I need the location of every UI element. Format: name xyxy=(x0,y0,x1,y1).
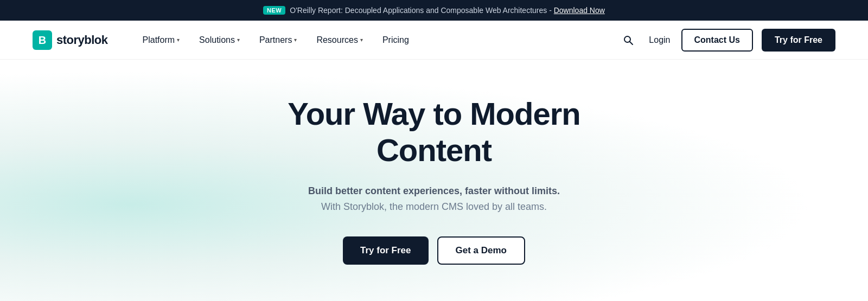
platform-chevron-icon: ▾ xyxy=(177,37,180,43)
nav-platform[interactable]: Platform ▾ xyxy=(134,31,189,49)
hero-buttons: Try for Free Get a Demo xyxy=(288,236,580,265)
login-link[interactable]: Login xyxy=(647,31,672,49)
svg-line-3 xyxy=(630,42,633,44)
try-for-free-nav-button[interactable]: Try for Free xyxy=(762,29,835,52)
hero-title: Your Way to Modern Content xyxy=(288,96,580,168)
navbar: B storyblok Platform ▾ Solutions ▾ Partn… xyxy=(0,21,868,60)
get-demo-button[interactable]: Get a Demo xyxy=(437,236,525,265)
nav-right: Login Contact Us Try for Free xyxy=(618,29,835,52)
partners-chevron-icon: ▾ xyxy=(294,37,297,43)
search-icon xyxy=(623,35,634,46)
resources-chevron-icon: ▾ xyxy=(360,37,363,43)
contact-us-button[interactable]: Contact Us xyxy=(681,29,753,52)
nav-solutions[interactable]: Solutions ▾ xyxy=(190,31,248,49)
search-button[interactable] xyxy=(618,30,638,50)
try-for-free-hero-button[interactable]: Try for Free xyxy=(343,236,429,265)
hero-content: Your Way to Modern Content Build better … xyxy=(288,96,580,265)
logo-text: storyblok xyxy=(56,33,108,47)
hero-section: Your Way to Modern Content Build better … xyxy=(0,60,868,301)
nav-resources[interactable]: Resources ▾ xyxy=(308,31,371,49)
nav-links: Platform ▾ Solutions ▾ Partners ▾ Resour… xyxy=(134,31,619,49)
top-banner: NEW O'Reilly Report: Decoupled Applicati… xyxy=(0,0,868,21)
hero-subtitle: Build better content experiences, faster… xyxy=(298,183,570,215)
banner-text: O'Reilly Report: Decoupled Applications … xyxy=(290,6,605,15)
solutions-chevron-icon: ▾ xyxy=(237,37,240,43)
nav-pricing[interactable]: Pricing xyxy=(374,31,418,49)
svg-text:B: B xyxy=(39,34,46,46)
logo[interactable]: B storyblok xyxy=(33,30,108,50)
download-now-link[interactable]: Download Now xyxy=(554,6,605,15)
storyblok-logo-icon: B xyxy=(33,30,52,50)
nav-partners[interactable]: Partners ▾ xyxy=(251,31,305,49)
new-badge: NEW xyxy=(263,6,285,15)
